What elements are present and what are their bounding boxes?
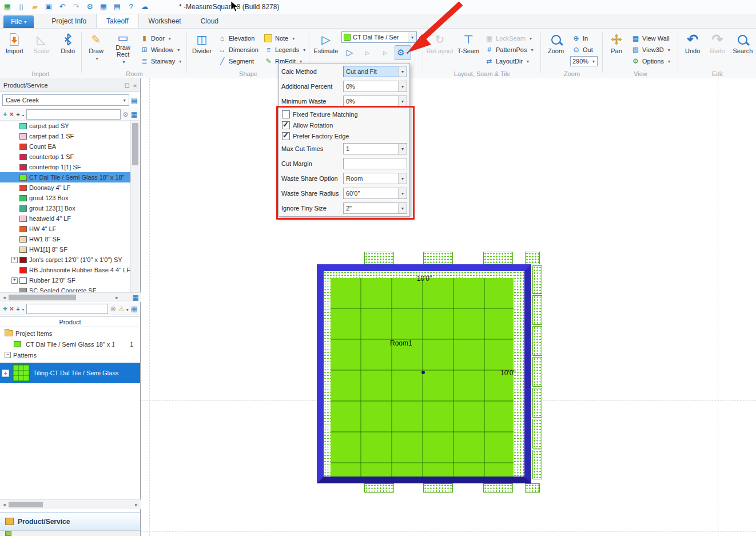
step-forward-icon[interactable]: ▹ (359, 45, 376, 60)
app-logo-icon[interactable]: ▦ (3, 2, 12, 11)
run-estimate-icon[interactable]: ▷ (341, 45, 358, 60)
clear-search-icon[interactable]: ⊗ (123, 110, 129, 118)
combo-arrow-icon[interactable]: ▾ (398, 66, 407, 77)
draw-button[interactable]: ✎ Draw (85, 30, 108, 66)
scroll-left-icon[interactable]: ◂ (0, 502, 9, 507)
scroll-right-icon[interactable]: ▸ (132, 502, 141, 507)
grid-view-icon[interactable]: ▦ (131, 305, 137, 313)
cloud-icon[interactable]: ☁ (140, 2, 149, 11)
scroll-left-icon[interactable]: ◂ (0, 295, 9, 300)
clear-search-icon[interactable]: ⊗ (110, 305, 116, 313)
collapse-icon[interactable] (5, 352, 11, 358)
room-center-point[interactable] (421, 371, 425, 374)
search-button[interactable]: Search (731, 30, 755, 66)
tree-row-project-items[interactable]: Project Items (0, 328, 140, 339)
ribbon-tab[interactable]: Worksheet (139, 14, 191, 28)
product-row[interactable]: countertop 1[1] SF (0, 162, 130, 172)
product-row[interactable]: Count EA (0, 141, 130, 152)
product-row[interactable]: carpet pad 1 SF (0, 131, 130, 141)
pin-icon[interactable]: ◻ (125, 81, 130, 89)
expand-all-button[interactable]: + (16, 305, 19, 312)
note-button[interactable]: Note (262, 33, 307, 43)
zoom-out-button[interactable]: ⊖ Out (570, 45, 598, 55)
checkbox[interactable] (282, 110, 290, 118)
calc-checkbox-row[interactable]: Fixed Texture Matching (280, 109, 409, 120)
combo-arrow-icon[interactable]: ▾ (398, 203, 407, 213)
quick-undo-icon[interactable]: ↶ (58, 2, 67, 11)
expand-all-button[interactable]: + (16, 111, 19, 118)
drawing-canvas[interactable]: 10'0" 10'0" Room1 (141, 78, 756, 536)
layoutdir-button[interactable]: ⇄ LayoutDir (483, 56, 535, 66)
ribbon-tab[interactable]: Takeoff (96, 14, 138, 28)
product-row[interactable]: countertop 1 SF (0, 152, 130, 162)
product-row[interactable]: grout 123[1] Box (0, 203, 130, 213)
product-row[interactable]: grout 123 Box (0, 193, 130, 203)
calc-settings-gear-button[interactable]: ⚙ (395, 45, 411, 60)
library-manager-icon[interactable]: ▤ (131, 96, 138, 105)
collapse-panel-icon[interactable]: « (133, 82, 137, 89)
combo-arrow-icon[interactable]: ▾ (398, 81, 407, 92)
hscrollbar-thumb[interactable] (9, 502, 43, 507)
tree-hscrollbar[interactable]: ◂ ▸ (0, 499, 141, 509)
product-row[interactable]: Rubber 12'0" SF (0, 275, 130, 285)
calc-checkbox-row[interactable]: Allow Rotation (280, 120, 409, 130)
view-wall-button[interactable]: ▦ View Wall (630, 33, 672, 43)
lockseam-button[interactable]: ▣ LockSeam (483, 33, 535, 43)
product-row[interactable]: RB Johnsonite Rubber Base 4 4" LF (0, 265, 130, 275)
expand-icon[interactable]: + (2, 370, 9, 377)
grid-view-icon[interactable]: ▦ (131, 110, 137, 118)
combo-arrow-icon[interactable]: ▾ (398, 173, 407, 184)
collapsed-panel-strip[interactable] (0, 530, 140, 536)
import-button[interactable]: Import (2, 30, 27, 66)
checkbox[interactable] (282, 132, 290, 140)
setting-combo[interactable]: 1 ▾ (343, 143, 407, 154)
door-button[interactable]: ▮ Door (138, 33, 183, 43)
zoom-in-button[interactable]: ⊕ In (570, 33, 598, 43)
delete-product-button[interactable]: × (10, 110, 14, 118)
setting-combo[interactable]: Room ▾ (343, 173, 407, 184)
scale-button[interactable]: ◺ Scale (29, 30, 54, 66)
product-row[interactable]: heatweld 4" LF (0, 213, 130, 224)
tree-row-product[interactable]: CT Dal Tile / Semi Glass 18" x 18' 1 (0, 339, 140, 350)
stairway-button[interactable]: ≣ Stairway (138, 56, 183, 66)
product-search-input[interactable] (26, 109, 120, 120)
combo-arrow-icon[interactable]: ▾ (398, 188, 407, 198)
options-button[interactable]: ⚙ Options (630, 56, 672, 66)
delete-item-button[interactable]: × (10, 304, 14, 313)
settings-icon[interactable]: ⚙ (85, 2, 94, 11)
tseam-button[interactable]: ⊤ T-Seam (456, 30, 481, 66)
divider-button[interactable]: ◫ Divider (190, 30, 214, 66)
pattern-row-selected[interactable]: + Tiling-CT Dal Tile / Semi Glass (0, 363, 140, 383)
relayout-button[interactable]: ↻ ReLayout (426, 30, 453, 66)
setting-combo[interactable]: 2" ▾ (343, 203, 407, 214)
expand-icon[interactable] (11, 277, 18, 284)
product-row[interactable]: HW1 8" SF (0, 234, 130, 244)
window-button[interactable]: ⊞ Window (138, 45, 183, 55)
help-icon[interactable]: ? (126, 2, 136, 11)
setting-combo[interactable]: ▾ (343, 158, 407, 169)
ribbon-tab[interactable]: Project Info (42, 14, 96, 28)
redo-button[interactable]: ↷ Redo (706, 30, 728, 66)
combo-arrow-icon[interactable]: ▾ (408, 32, 416, 42)
estimate-button[interactable]: ▷ Estimate (313, 30, 339, 66)
library-combo[interactable]: Cave Creek ▾ (2, 94, 129, 106)
setting-combo[interactable]: 0% ▾ (343, 81, 407, 92)
elevation-button[interactable]: ⌂ Elevation (216, 33, 260, 43)
combo-arrow-icon[interactable]: ▾ (121, 98, 129, 103)
add-product-button[interactable]: + (3, 110, 7, 118)
collapse-all-button[interactable]: - (22, 111, 25, 118)
product-row[interactable]: HW 4" LF (0, 224, 130, 234)
product-row[interactable]: SC Sealed Concrete SF (0, 285, 130, 292)
warning-filter-icon[interactable]: ⚠ (118, 305, 129, 313)
zoom-level-combo[interactable]: 290% ▾ (570, 56, 598, 66)
open-folder-icon[interactable]: ▰ (30, 2, 39, 11)
scroll-right-icon[interactable]: ▸ (113, 295, 121, 300)
product-service-footer-tab[interactable]: Product/Service (0, 512, 140, 530)
new-document-icon[interactable]: ▯ (17, 2, 26, 11)
collapse-all-button[interactable]: - (22, 305, 25, 312)
setting-combo[interactable]: 0% ▾ (343, 96, 407, 107)
checkbox[interactable] (282, 121, 290, 129)
grid-view-icon[interactable]: ▦ (130, 293, 141, 301)
legends-button[interactable]: ≡ Legends (262, 45, 307, 55)
calc-checkbox-row[interactable]: Prefer Factory Edge (280, 130, 409, 141)
